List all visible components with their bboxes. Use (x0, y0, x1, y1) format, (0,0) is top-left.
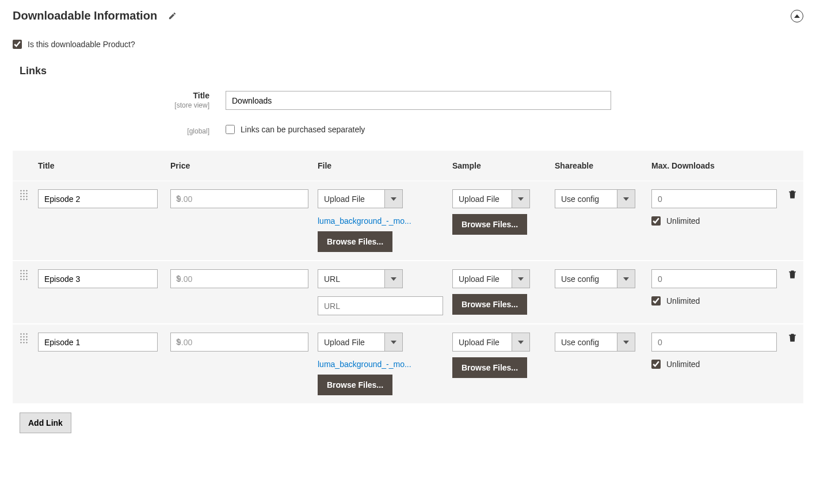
row-price-input[interactable] (170, 189, 308, 208)
links-separate-label: Links can be purchased separately (241, 125, 365, 134)
sample-browse-button[interactable]: Browse Files... (452, 214, 527, 235)
section-title: Downloadable Information (13, 9, 157, 22)
file-url-input[interactable] (318, 296, 443, 315)
edit-icon[interactable] (167, 12, 177, 21)
shareable-label: Use config (555, 269, 617, 288)
drag-handle-icon[interactable] (20, 189, 28, 201)
unlimited-label: Unlimited (666, 216, 700, 226)
th-sample: Sample (448, 151, 550, 181)
chevron-down-icon[interactable] (384, 189, 403, 208)
th-title: Title (33, 151, 166, 181)
sample-browse-button[interactable]: Browse Files... (452, 294, 527, 315)
file-mode-dropdown[interactable]: URL (318, 269, 403, 288)
price-wrap: $ (170, 189, 308, 208)
chevron-down-icon[interactable] (512, 269, 530, 288)
unlimited-checkbox[interactable] (651, 296, 661, 306)
shareable-dropdown[interactable]: Use config (555, 189, 635, 208)
sample-mode-dropdown[interactable]: Upload File (452, 269, 530, 288)
links-separate-input-col: Links can be purchased separately (226, 125, 611, 136)
unlimited-row: Unlimited (651, 360, 778, 369)
unlimited-label: Unlimited (666, 296, 700, 306)
drag-handle-icon[interactable] (20, 269, 28, 281)
links-title-label: Title (13, 91, 209, 100)
price-wrap: $ (170, 269, 308, 288)
shareable-dropdown[interactable]: Use config (555, 269, 635, 288)
row-price-input[interactable] (170, 269, 308, 288)
row-title-input[interactable] (38, 269, 158, 288)
unlimited-row: Unlimited (651, 216, 778, 226)
section-header: Downloadable Information (13, 7, 803, 22)
row-price-input[interactable] (170, 333, 308, 352)
chevron-down-icon[interactable] (384, 333, 403, 352)
links-table-header-row: Title Price File Sample Shareable Max. D… (13, 151, 803, 181)
chevron-down-icon[interactable] (512, 189, 530, 208)
file-name-link[interactable]: luma_background_-_mo... (318, 216, 427, 226)
links-separate-row: [global] Links can be purchased separate… (13, 125, 803, 136)
trash-icon[interactable] (787, 269, 798, 280)
add-link-wrap: Add Link (20, 413, 803, 433)
add-link-button[interactable]: Add Link (20, 413, 71, 433)
chevron-down-icon[interactable] (384, 269, 403, 288)
th-price: Price (166, 151, 313, 181)
th-max: Max. Downloads (647, 151, 783, 181)
links-table: Title Price File Sample Shareable Max. D… (13, 151, 803, 404)
sample-mode-dropdown[interactable]: Upload File (452, 333, 530, 352)
th-file: File (313, 151, 448, 181)
trash-icon[interactable] (787, 333, 798, 343)
chevron-down-icon[interactable] (617, 333, 635, 352)
chevron-down-icon[interactable] (617, 269, 635, 288)
collapse-toggle[interactable] (791, 10, 803, 22)
links-title-row: Title [store view] (13, 91, 803, 110)
links-title-label-col: Title [store view] (13, 91, 226, 110)
links-heading: Links (20, 65, 803, 77)
max-downloads-input[interactable] (651, 189, 777, 208)
th-shareable: Shareable (550, 151, 647, 181)
section-header-left: Downloadable Information (13, 9, 177, 22)
shareable-dropdown[interactable]: Use config (555, 333, 635, 352)
sample-mode-dropdown[interactable]: Upload File (452, 189, 530, 208)
unlimited-checkbox[interactable] (651, 360, 661, 369)
table-row: $Upload Fileluma_background_-_mo...Brows… (13, 181, 803, 261)
links-separate-scope: [global] (13, 127, 209, 135)
unlimited-label: Unlimited (666, 360, 700, 369)
links-title-input-col (226, 91, 611, 110)
max-downloads-input[interactable] (651, 269, 777, 288)
file-mode-label: Upload File (318, 333, 384, 352)
file-mode-dropdown[interactable]: Upload File (318, 189, 403, 208)
row-title-input[interactable] (38, 189, 158, 208)
file-browse-button[interactable]: Browse Files... (318, 375, 392, 395)
file-name-link[interactable]: luma_background_-_mo... (318, 360, 427, 369)
links-title-input[interactable] (226, 91, 611, 110)
trash-icon[interactable] (787, 189, 798, 200)
is-downloadable-checkbox[interactable] (13, 40, 22, 49)
price-wrap: $ (170, 333, 308, 352)
drag-handle-icon[interactable] (20, 333, 28, 344)
chevron-down-icon[interactable] (512, 333, 530, 352)
is-downloadable-label: Is this downloadable Product? (28, 40, 135, 49)
unlimited-checkbox[interactable] (651, 216, 661, 226)
is-downloadable-row: Is this downloadable Product? (13, 40, 803, 49)
file-mode-label: URL (318, 269, 384, 288)
file-mode-label: Upload File (318, 189, 384, 208)
shareable-label: Use config (555, 333, 617, 352)
row-title-input[interactable] (38, 333, 158, 352)
links-separate-checkbox[interactable] (226, 125, 235, 134)
shareable-label: Use config (555, 189, 617, 208)
chevron-down-icon[interactable] (617, 189, 635, 208)
max-downloads-input[interactable] (651, 333, 777, 352)
chevron-up-icon (794, 14, 800, 18)
sample-browse-button[interactable]: Browse Files... (452, 357, 527, 378)
links-title-scope: [store view] (13, 101, 209, 109)
unlimited-row: Unlimited (651, 296, 778, 306)
links-separate-label-col: [global] (13, 125, 226, 136)
file-mode-dropdown[interactable]: Upload File (318, 333, 403, 352)
sample-mode-label: Upload File (452, 269, 512, 288)
table-row: $URLUpload FileBrowse Files...Use config… (13, 261, 803, 324)
links-separate-label-wrap: Links can be purchased separately (226, 125, 365, 134)
table-row: $Upload Fileluma_background_-_mo...Brows… (13, 324, 803, 404)
sample-mode-label: Upload File (452, 189, 512, 208)
sample-mode-label: Upload File (452, 333, 512, 352)
file-browse-button[interactable]: Browse Files... (318, 231, 392, 252)
